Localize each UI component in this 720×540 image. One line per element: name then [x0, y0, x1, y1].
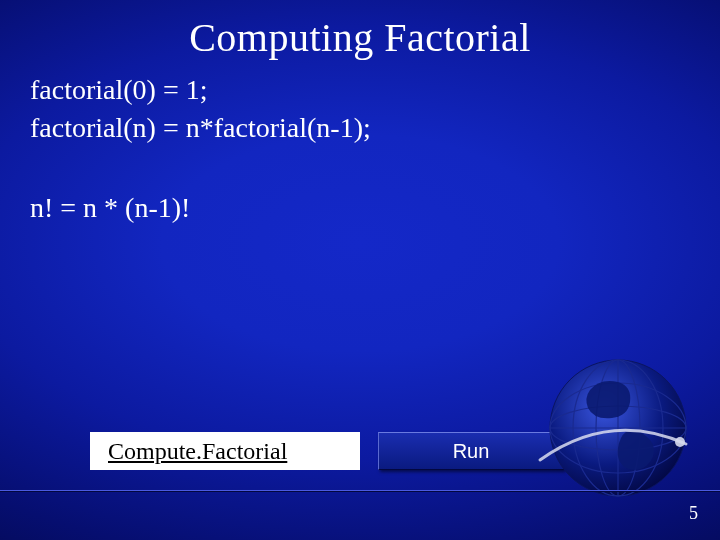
slide-body: factorial(0) = 1; factorial(n) = n*facto…: [0, 61, 720, 226]
svg-point-0: [550, 360, 686, 496]
svg-point-3: [596, 360, 640, 496]
code-link-box: Compute.Factorial: [90, 432, 360, 470]
svg-point-1: [550, 406, 686, 450]
definition-line-2: factorial(n) = n*factorial(n-1);: [30, 109, 690, 147]
expansion-line: n! = n * (n-1)!: [30, 189, 690, 227]
slide: Computing Factorial factorial(0) = 1; fa…: [0, 0, 720, 540]
globe-icon: [530, 340, 690, 500]
footer-divider: [0, 490, 720, 492]
svg-point-7: [675, 437, 685, 447]
page-number: 5: [689, 503, 698, 524]
definition-line-1: factorial(0) = 1;: [30, 71, 690, 109]
svg-point-4: [573, 360, 663, 496]
compute-factorial-link[interactable]: Compute.Factorial: [108, 438, 287, 465]
svg-point-2: [550, 383, 686, 473]
slide-title: Computing Factorial: [0, 0, 720, 61]
action-row: Compute.Factorial Run: [90, 432, 564, 470]
run-button[interactable]: Run: [378, 432, 564, 470]
